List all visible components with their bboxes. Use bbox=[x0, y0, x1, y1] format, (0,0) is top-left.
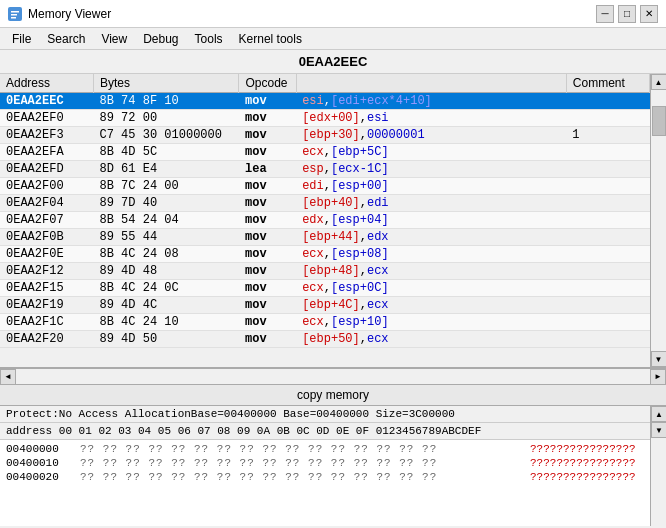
cell-opcode: mov bbox=[239, 212, 296, 229]
cell-opcode: mov bbox=[239, 93, 296, 110]
cell-bytes: 8B 4D 5C bbox=[94, 144, 239, 161]
minimize-button[interactable]: ─ bbox=[596, 5, 614, 23]
table-row[interactable]: 0EAA2EEC8B 74 8F 10movesi,[edi+ecx*4+10] bbox=[0, 93, 650, 110]
hex-vertical-scrollbar[interactable]: ▲ ▼ bbox=[650, 406, 666, 526]
cell-opcode: mov bbox=[239, 331, 296, 348]
cell-bytes: C7 45 30 01000000 bbox=[94, 127, 239, 144]
hex-scroll-up[interactable]: ▲ bbox=[651, 406, 666, 422]
cell-comment bbox=[566, 229, 649, 246]
hex-row: 00400020?? ?? ?? ?? ?? ?? ?? ?? ?? ?? ??… bbox=[0, 470, 666, 484]
cell-address: 0EAA2F20 bbox=[0, 331, 94, 348]
cell-comment bbox=[566, 161, 649, 178]
cell-operands: edi,[esp+00] bbox=[296, 178, 566, 195]
hex-cell-ascii: ???????????????? bbox=[530, 471, 660, 483]
svg-rect-3 bbox=[11, 17, 16, 19]
cell-comment bbox=[566, 280, 649, 297]
cell-address: 0EAA2EF3 bbox=[0, 127, 94, 144]
cell-comment bbox=[566, 144, 649, 161]
hex-data-rows: 00400000?? ?? ?? ?? ?? ?? ?? ?? ?? ?? ??… bbox=[0, 440, 666, 526]
close-button[interactable]: ✕ bbox=[640, 5, 658, 23]
cell-comment bbox=[566, 297, 649, 314]
cell-operands: [ebp+4C],ecx bbox=[296, 297, 566, 314]
cell-operands: ecx,[esp+0C] bbox=[296, 280, 566, 297]
cell-opcode: mov bbox=[239, 263, 296, 280]
table-row[interactable]: 0EAA2F0B89 55 44mov[ebp+44],edx bbox=[0, 229, 650, 246]
cell-operands: [ebp+48],ecx bbox=[296, 263, 566, 280]
hex-area: Protect:No Access AllocationBase=0040000… bbox=[0, 406, 666, 526]
table-row[interactable]: 0EAA2F1989 4D 4Cmov[ebp+4C],ecx bbox=[0, 297, 650, 314]
table-row[interactable]: 0EAA2EF3C7 45 30 01000000mov[ebp+30],000… bbox=[0, 127, 650, 144]
maximize-button[interactable]: □ bbox=[618, 5, 636, 23]
copy-memory-label: copy memory bbox=[297, 388, 369, 402]
menu-kernel-tools[interactable]: Kernel tools bbox=[231, 30, 310, 48]
table-row[interactable]: 0EAA2EF089 72 00mov[edx+00],esi bbox=[0, 110, 650, 127]
hex-scroll-down[interactable]: ▼ bbox=[651, 422, 666, 438]
cell-bytes: 89 4D 4C bbox=[94, 297, 239, 314]
table-container: Address Bytes Opcode Comment 0EAA2EEC8B … bbox=[0, 74, 666, 367]
cell-comment bbox=[566, 195, 649, 212]
table-row[interactable]: 0EAA2F078B 54 24 04movedx,[esp+04] bbox=[0, 212, 650, 229]
table-row[interactable]: 0EAA2EFD8D 61 E4leaesp,[ecx-1C] bbox=[0, 161, 650, 178]
hex-row: 00400010?? ?? ?? ?? ?? ?? ?? ?? ?? ?? ??… bbox=[0, 456, 666, 470]
cell-bytes: 89 4D 50 bbox=[94, 331, 239, 348]
col-header-address: Address bbox=[0, 74, 94, 93]
cell-address: 0EAA2EFD bbox=[0, 161, 94, 178]
scroll-down-arrow[interactable]: ▼ bbox=[651, 351, 667, 367]
cell-opcode: mov bbox=[239, 144, 296, 161]
cell-operands: ecx,[ebp+5C] bbox=[296, 144, 566, 161]
menu-view[interactable]: View bbox=[93, 30, 135, 48]
cell-operands: ecx,[esp+08] bbox=[296, 246, 566, 263]
table-row[interactable]: 0EAA2F158B 4C 24 0Cmovecx,[esp+0C] bbox=[0, 280, 650, 297]
cell-operands: ecx,[esp+10] bbox=[296, 314, 566, 331]
cell-operands: edx,[esp+04] bbox=[296, 212, 566, 229]
cell-operands: [edx+00],esi bbox=[296, 110, 566, 127]
cell-opcode: mov bbox=[239, 195, 296, 212]
menu-debug[interactable]: Debug bbox=[135, 30, 186, 48]
svg-rect-1 bbox=[11, 11, 19, 13]
hex-row: 00400000?? ?? ?? ?? ?? ?? ?? ?? ?? ?? ??… bbox=[0, 442, 666, 456]
menu-search[interactable]: Search bbox=[39, 30, 93, 48]
scroll-up-arrow[interactable]: ▲ bbox=[651, 74, 667, 90]
hex-cell-bytes: ?? ?? ?? ?? ?? ?? ?? ?? ?? ?? ?? ?? ?? ?… bbox=[80, 457, 526, 469]
asm-horizontal-scrollbar[interactable]: ◄ ► bbox=[0, 368, 666, 384]
address-bar: 0EAA2EEC bbox=[0, 50, 666, 74]
menu-bar: File Search View Debug Tools Kernel tool… bbox=[0, 28, 666, 50]
cell-bytes: 89 7D 40 bbox=[94, 195, 239, 212]
cell-opcode: mov bbox=[239, 280, 296, 297]
hex-cell-addr: 00400010 bbox=[6, 457, 76, 469]
cell-bytes: 8B 4C 24 08 bbox=[94, 246, 239, 263]
table-row[interactable]: 0EAA2F0E8B 4C 24 08movecx,[esp+08] bbox=[0, 246, 650, 263]
table-row[interactable]: 0EAA2F0489 7D 40mov[ebp+40],edi bbox=[0, 195, 650, 212]
menu-tools[interactable]: Tools bbox=[187, 30, 231, 48]
asm-vertical-scrollbar[interactable]: ▲ ▼ bbox=[650, 74, 666, 367]
cell-comment bbox=[566, 110, 649, 127]
cell-comment bbox=[566, 246, 649, 263]
table-header-row: Address Bytes Opcode Comment bbox=[0, 74, 650, 93]
hex-cell-ascii: ???????????????? bbox=[530, 457, 660, 469]
menu-file[interactable]: File bbox=[4, 30, 39, 48]
cell-bytes: 8D 61 E4 bbox=[94, 161, 239, 178]
table-row[interactable]: 0EAA2F1C8B 4C 24 10movecx,[esp+10] bbox=[0, 314, 650, 331]
scroll-left-arrow[interactable]: ◄ bbox=[0, 369, 16, 385]
table-row[interactable]: 0EAA2F1289 4D 48mov[ebp+48],ecx bbox=[0, 263, 650, 280]
cell-operands: [ebp+30],00000001 bbox=[296, 127, 566, 144]
scroll-thumb[interactable] bbox=[652, 106, 666, 136]
hex-cell-bytes: ?? ?? ?? ?? ?? ?? ?? ?? ?? ?? ?? ?? ?? ?… bbox=[80, 443, 526, 455]
cell-bytes: 89 4D 48 bbox=[94, 263, 239, 280]
svg-rect-2 bbox=[11, 14, 17, 16]
main-area: Address Bytes Opcode Comment 0EAA2EEC8B … bbox=[0, 74, 666, 526]
cell-operands: [ebp+50],ecx bbox=[296, 331, 566, 348]
cell-bytes: 8B 54 24 04 bbox=[94, 212, 239, 229]
table-row[interactable]: 0EAA2F2089 4D 50mov[ebp+50],ecx bbox=[0, 331, 650, 348]
hex-info-line: Protect:No Access AllocationBase=0040000… bbox=[0, 406, 666, 423]
scroll-right-arrow[interactable]: ► bbox=[650, 369, 666, 385]
table-row[interactable]: 0EAA2F008B 7C 24 00movedi,[esp+00] bbox=[0, 178, 650, 195]
cell-comment bbox=[566, 331, 649, 348]
cell-opcode: mov bbox=[239, 246, 296, 263]
col-header-operands bbox=[296, 74, 566, 93]
cell-comment bbox=[566, 263, 649, 280]
hex-cell-ascii: ???????????????? bbox=[530, 443, 660, 455]
cell-opcode: lea bbox=[239, 161, 296, 178]
table-row[interactable]: 0EAA2EFA8B 4D 5Cmovecx,[ebp+5C] bbox=[0, 144, 650, 161]
copy-memory-bar[interactable]: copy memory bbox=[0, 384, 666, 406]
